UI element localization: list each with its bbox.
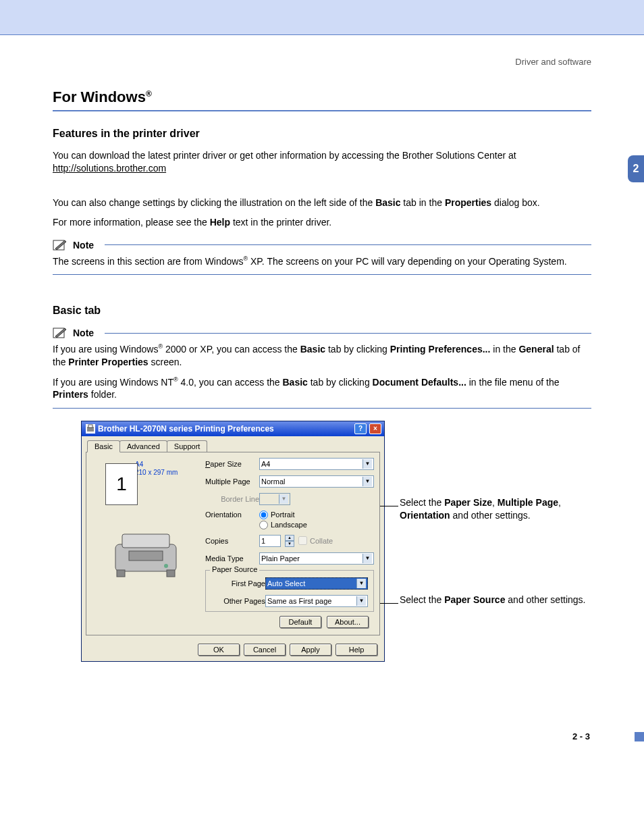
p3-b: Help (210, 217, 230, 228)
p2-c: tab in the (400, 197, 444, 208)
p2-e: dialog box. (491, 197, 540, 208)
n3-s: ® (173, 376, 178, 383)
c1-f: Orientation (400, 510, 450, 521)
first-page-select[interactable]: Auto Select▼ (265, 577, 368, 590)
n2-b: 2000 or XP, you can access the (163, 344, 300, 355)
dialog-title: Brother HL-2070N series Printing Prefere… (98, 424, 274, 434)
p2-d: Properties (445, 197, 491, 208)
top-banner (0, 0, 644, 35)
label-other-pages: Other Pages (211, 597, 265, 605)
tab-support[interactable]: Support (167, 440, 208, 452)
dialog-titlebar[interactable]: Brother HL-2070N series Printing Prefere… (82, 421, 384, 436)
paper-size-select[interactable]: A4▼ (259, 458, 374, 470)
other-pages-select[interactable]: Same as First page▼ (265, 595, 368, 607)
svg-point-7 (164, 564, 168, 568)
n1-b: XP. The screens on your PC will vary dep… (248, 255, 567, 266)
spin-up-icon: ▲ (285, 535, 294, 541)
n3-d: tab by clicking (308, 376, 373, 387)
features-paragraph-3: For more information, please see the Hel… (53, 216, 591, 229)
note-block-2: Note If you are using Windows® 2000 or X… (53, 326, 591, 409)
n2-g: General (518, 344, 554, 355)
ok-button[interactable]: OK (198, 644, 240, 656)
orientation-portrait-radio[interactable]: Portrait (259, 511, 307, 519)
n1-a: The screens in this section are from Win… (53, 255, 243, 266)
copies-spinner[interactable]: ▲▼ (285, 535, 294, 547)
help-button[interactable]: Help (336, 644, 377, 656)
titlebar-help-button[interactable]: ? (354, 423, 367, 434)
paper-spec-dim: 210 x 297 mm (135, 469, 178, 476)
page-preview-frame: 1 (105, 463, 138, 505)
orientation-landscape-radio[interactable]: Landscape (259, 521, 307, 529)
n2-e: Printing Preferences... (390, 344, 491, 355)
note-divider (105, 333, 591, 334)
c1-e: , (558, 497, 561, 508)
media-type-select[interactable]: Plain Paper▼ (259, 552, 374, 565)
note-hr-2 (53, 408, 591, 409)
note2-text: If you are using Windows® 2000 or XP, yo… (53, 342, 591, 368)
callout-2: Select the Paper Source and other settin… (400, 594, 589, 606)
title-sup: ® (146, 89, 152, 99)
c2-a: Select the (400, 594, 444, 605)
n3-c: Basic (282, 376, 307, 387)
label-multiple-page: Multiple Page (205, 477, 259, 486)
multiple-page-select[interactable]: Normal▼ (259, 475, 374, 488)
c1-g: and other settings. (450, 510, 531, 521)
note1-text: The screens in this section are from Win… (53, 255, 591, 268)
breadcrumb: Driver and software (53, 57, 591, 67)
dialog-tabstrip: Basic Advanced Support (82, 436, 384, 452)
paper-source-group-title: Paper Source (210, 565, 259, 573)
p3-a: For more information, please see the (53, 217, 210, 228)
tab-advanced[interactable]: Advanced (119, 440, 167, 452)
title-underline (53, 110, 591, 111)
paper-source-group: Paper Source First Page Auto Select▼ Oth… (205, 570, 374, 612)
page-number: 2 - 3 (53, 731, 591, 741)
note-divider (105, 244, 591, 245)
collate-label: Collate (310, 537, 333, 545)
svg-rect-8 (117, 570, 125, 577)
solutions-link[interactable]: http://solutions.brother.com (53, 163, 166, 174)
note3-text: If you are using Windows NT® 4.0, you ca… (53, 375, 591, 401)
printer-app-icon (86, 424, 95, 434)
note-label: Note (73, 328, 94, 338)
multiple-page-value: Normal (261, 477, 285, 486)
chevron-down-icon: ▼ (279, 494, 288, 504)
tabpage-basic: 1 A4 210 x 297 mm (86, 452, 380, 635)
n3-h: folder. (88, 389, 117, 400)
cancel-button[interactable]: Cancel (244, 644, 286, 656)
screenshot-area: Brother HL-2070N series Printing Prefere… (53, 421, 591, 691)
c1-c: , (492, 497, 498, 508)
n2-i: Printer Properties (68, 357, 148, 367)
note-hr-1 (53, 274, 591, 275)
label-orientation: Orientation (205, 511, 259, 519)
titlebar-close-button[interactable]: × (369, 423, 381, 434)
apply-button[interactable]: Apply (290, 644, 331, 656)
dialog-left-pane[interactable]: 1 A4 210 x 297 mm (92, 458, 200, 612)
svg-rect-5 (122, 534, 169, 548)
label-copies: Copies (205, 537, 259, 545)
callout-1: Select the Paper Size, Multiple Page, Or… (400, 496, 589, 522)
n3-e: Document Defaults... (373, 376, 466, 387)
label-border-line: Border Line (205, 495, 259, 503)
c2-c: and other settings. (505, 594, 585, 605)
p3-c: text in the printer driver. (230, 217, 331, 228)
printing-preferences-dialog: Brother HL-2070N series Printing Prefere… (81, 421, 385, 662)
copies-input[interactable]: 1 (259, 535, 281, 547)
chevron-down-icon: ▼ (356, 579, 366, 588)
portrait-label: Portrait (271, 511, 294, 519)
chevron-down-icon: ▼ (363, 459, 372, 469)
border-line-select: ▼ (259, 493, 290, 505)
n3-g: Printers (53, 389, 88, 400)
media-type-value: Plain Paper (261, 554, 300, 563)
chevron-down-icon: ▼ (356, 596, 366, 606)
svg-rect-3 (88, 425, 92, 427)
svg-rect-9 (167, 570, 175, 577)
first-page-value: Auto Select (267, 579, 305, 588)
features-paragraph-2: You can also change settings by clicking… (53, 197, 591, 209)
tab-basic[interactable]: Basic (87, 440, 120, 452)
n2-a: If you are using Windows (53, 344, 158, 355)
about-button[interactable]: About... (327, 616, 369, 628)
label-media-type: Media Type (205, 554, 259, 563)
default-button[interactable]: Default (279, 616, 321, 628)
c2-b: Paper Source (444, 594, 505, 605)
other-pages-value: Same as First page (267, 597, 331, 605)
